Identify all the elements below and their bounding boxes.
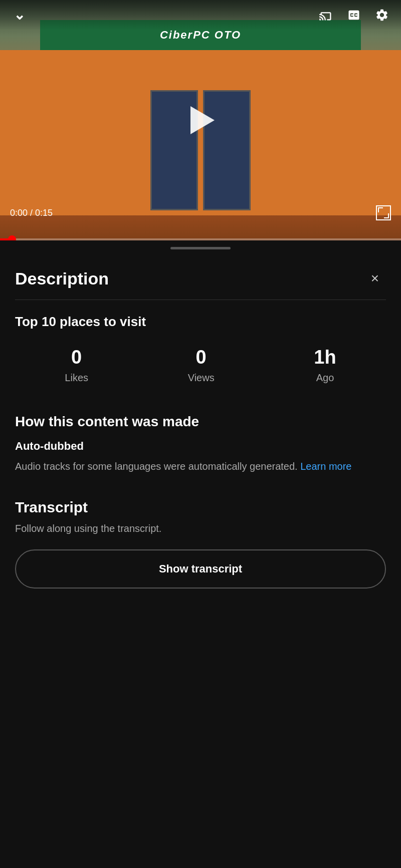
views-stat: 0 Views: [188, 347, 215, 384]
content-made-section: How this content was made Auto-dubbed Au…: [15, 399, 386, 484]
play-button[interactable]: [180, 100, 221, 140]
auto-dubbed-label: Auto-dubbed: [15, 440, 386, 453]
close-icon: ×: [371, 270, 379, 286]
progress-bar[interactable]: [0, 238, 401, 240]
fullscreen-icon[interactable]: [376, 205, 391, 220]
age-count: 1h: [314, 347, 336, 368]
video-bottom-controls: 0:00 / 0:15: [0, 205, 401, 220]
closed-captions-icon[interactable]: [345, 6, 363, 24]
cast-icon[interactable]: [317, 6, 335, 24]
likes-stat: 0 Likes: [65, 347, 88, 384]
time-display: 0:00 / 0:15: [10, 208, 53, 218]
close-button[interactable]: ×: [364, 267, 386, 290]
transcript-title: Transcript: [15, 499, 386, 516]
video-player[interactable]: CiberPC OTO: [0, 0, 401, 240]
video-title: Top 10 places to visit: [15, 300, 386, 342]
progress-bar-fill: [0, 238, 12, 240]
fullscreen-squares-icon: [378, 207, 389, 218]
stats-row: 0 Likes 0 Views 1h Ago: [15, 342, 386, 399]
progress-dot: [8, 235, 16, 240]
likes-count: 0: [71, 347, 82, 368]
drag-handle[interactable]: [0, 240, 401, 255]
transcript-section: Transcript Follow along using the transc…: [15, 484, 386, 599]
description-panel: Description × Top 10 places to visit 0 L…: [0, 255, 401, 868]
age-label: Ago: [316, 372, 334, 384]
auto-dubbed-text: Audio tracks for some languages were aut…: [15, 459, 386, 474]
drag-handle-bar: [170, 247, 231, 249]
chevron-down-icon[interactable]: [10, 6, 28, 24]
description-header: Description ×: [15, 255, 386, 300]
views-label: Views: [188, 372, 215, 384]
settings-icon[interactable]: [373, 6, 391, 24]
age-stat: 1h Ago: [314, 347, 336, 384]
top-right-icons: [317, 6, 391, 24]
likes-label: Likes: [65, 372, 88, 384]
description-title: Description: [15, 269, 109, 288]
learn-more-link[interactable]: Learn more: [300, 461, 351, 472]
play-icon: [190, 106, 215, 134]
show-transcript-button[interactable]: Show transcript: [15, 549, 386, 589]
views-count: 0: [196, 347, 207, 368]
content-made-title: How this content was made: [15, 414, 386, 430]
video-top-controls: [0, 0, 401, 30]
transcript-subtitle: Follow along using the transcript.: [15, 523, 386, 534]
